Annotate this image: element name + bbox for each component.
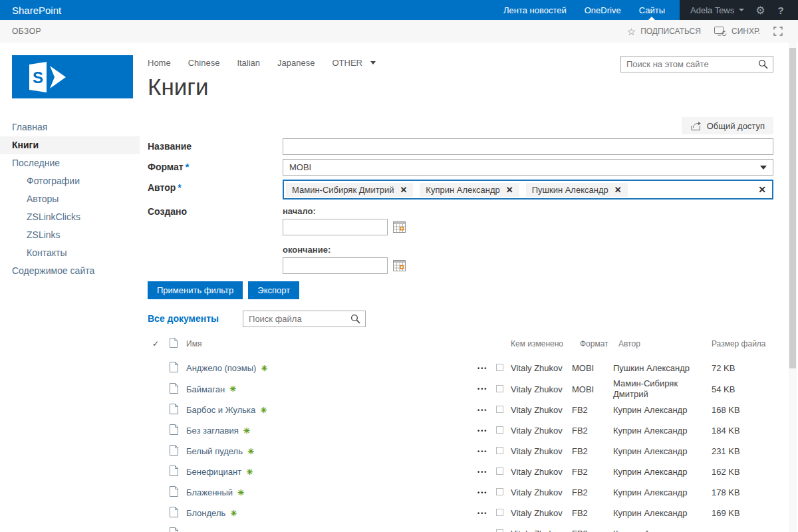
file-size-value: 168 KB (712, 405, 773, 415)
file-link[interactable]: Анджело (поэмы) (186, 363, 256, 373)
site-search-box (620, 56, 773, 72)
clear-authors-icon[interactable]: ✕ (758, 184, 766, 195)
top-nav-link[interactable]: Japanese (277, 58, 315, 68)
select-all-checkmark[interactable]: ✓ (148, 339, 168, 348)
top-nav-link[interactable]: Home (148, 58, 171, 68)
suite-nav-link[interactable]: OneDrive (585, 0, 621, 20)
calendar-icon[interactable] (393, 260, 406, 271)
item-menu-button[interactable]: ••• (473, 365, 496, 372)
top-nav-link[interactable]: OTHER (332, 58, 376, 68)
suite-nav: Лента новостей OneDrive Сайты (485, 0, 680, 20)
share-button[interactable]: Общий доступ (682, 117, 773, 134)
file-size-value: 54 KB (712, 384, 773, 394)
sidebar-item[interactable]: Авторы (0, 190, 140, 208)
main-content: Home Chinese Italian Japanese (148, 43, 773, 532)
file-link[interactable]: Бенефициант (186, 467, 241, 477)
sidebar-item[interactable]: Фотографии (0, 172, 140, 190)
file-size-value: 231 KB (712, 446, 773, 456)
item-menu-button[interactable]: ••• (473, 386, 496, 392)
search-icon[interactable] (350, 314, 360, 324)
suite-nav-link[interactable]: Лента новостей (503, 0, 567, 20)
item-menu-button[interactable]: ••• (473, 428, 496, 434)
sidebar-item[interactable]: ZSLinkClicks (0, 208, 140, 226)
remove-chip-icon[interactable]: ✕ (506, 185, 513, 195)
presence-indicator (496, 385, 503, 392)
name-field-input[interactable] (283, 138, 773, 155)
format-value: MOBI (572, 363, 613, 373)
tab-browse[interactable]: ОБЗОР (12, 27, 41, 36)
item-menu-button[interactable]: ••• (473, 448, 496, 455)
sidebar-item[interactable]: Содержимое сайта (0, 262, 140, 280)
suite-nav-link[interactable]: Сайты (639, 0, 665, 20)
modified-by-link[interactable]: Vitaly Zhukov (511, 405, 563, 415)
remove-chip-icon[interactable]: ✕ (400, 185, 407, 195)
site-search-input[interactable] (621, 59, 758, 69)
new-item-icon: ✳ (247, 448, 254, 456)
sharepoint-logo[interactable]: S (12, 55, 133, 98)
date-to-label: окончание: (283, 245, 773, 255)
sharepoint-brand-link[interactable]: SharePoint (12, 5, 61, 16)
item-menu-button[interactable]: ••• (473, 510, 496, 517)
modified-by-link[interactable]: Vitaly Zhukov (511, 363, 563, 373)
author-field-row: Автор* Мамин-Сибиряк Дмитрий ✕ Куприн Ал… (148, 180, 773, 200)
apply-filter-button[interactable]: Применить фильтр (148, 281, 243, 299)
presence-indicator (496, 488, 503, 495)
calendar-icon[interactable] (393, 221, 406, 233)
help-icon[interactable]: ? (778, 5, 784, 16)
column-header-modified-by[interactable]: Кем изменено (511, 339, 572, 348)
user-menu[interactable]: Adela Tews (690, 5, 744, 15)
file-link[interactable]: Баймаган (186, 384, 225, 394)
sidebar-item[interactable]: ZSLinks (0, 226, 140, 244)
top-nav-link[interactable]: Italian (237, 58, 260, 68)
format-select[interactable]: MOBI (283, 159, 773, 176)
modified-by-link[interactable]: Vitaly Zhukov (511, 384, 563, 394)
search-icon[interactable] (758, 59, 768, 69)
sync-button[interactable]: СИНХР. (714, 27, 760, 37)
modified-by-link[interactable]: Vitaly Zhukov (511, 426, 563, 436)
author-multiselect[interactable]: Мамин-Сибиряк Дмитрий ✕ Куприн Александр… (283, 180, 773, 200)
file-link[interactable]: Блаженный (186, 487, 233, 497)
view-all-documents[interactable]: Все документы (148, 313, 219, 324)
date-from-input[interactable] (283, 219, 388, 235)
document-icon (168, 527, 186, 532)
gear-icon[interactable]: ⚙ (755, 4, 765, 17)
presence-indicator (496, 447, 503, 454)
file-size-value: 162 KB (712, 467, 773, 477)
column-header-format[interactable]: Формат (572, 339, 613, 348)
chevron-down-icon[interactable] (370, 61, 376, 65)
sidebar-item[interactable]: Контакты (0, 244, 140, 262)
column-header-name[interactable]: Имя (186, 339, 473, 348)
file-link[interactable]: Блондель (186, 508, 225, 518)
top-nav-link[interactable]: Chinese (188, 58, 220, 68)
modified-by-link[interactable]: Vitaly Zhukov (511, 508, 563, 518)
modified-by-link[interactable]: Vitaly Zhukov (511, 487, 563, 497)
modified-by-link[interactable]: Vitaly Zhukov (511, 467, 563, 477)
sidebar-item[interactable]: Последние (0, 154, 140, 172)
focus-mode-button[interactable] (773, 27, 787, 36)
column-header-size[interactable]: Размер файла (712, 339, 773, 348)
file-search-input[interactable] (243, 314, 350, 324)
documents-table: ✓ Имя Кем изменено Формат Автор Размер ф… (148, 335, 773, 532)
modified-by-link[interactable]: Vitaly Zhukov (511, 446, 563, 456)
scrollbar-thumb[interactable] (789, 48, 796, 368)
document-icon (168, 424, 186, 437)
date-to-input[interactable] (283, 257, 388, 274)
sidebar-item[interactable]: Книги (0, 136, 140, 154)
item-menu-button[interactable]: ••• (473, 407, 496, 414)
item-menu-button[interactable]: ••• (473, 489, 496, 496)
item-menu-button[interactable]: ••• (473, 469, 496, 475)
filter-form: Название Формат* MOBI (148, 138, 773, 299)
remove-chip-icon[interactable]: ✕ (614, 185, 622, 195)
column-header-author[interactable]: Автор (613, 339, 712, 348)
file-link[interactable]: Белый пудель (186, 446, 243, 456)
table-row: Анджело (поэмы) ✳ ••• Vitaly Zhukov MOBI… (148, 358, 773, 378)
follow-button[interactable]: ☆ ПОДПИСАТЬСЯ (627, 27, 701, 37)
presence-indicator (496, 467, 503, 475)
sidebar-item[interactable]: Главная (0, 118, 140, 136)
modified-by-link[interactable]: Vitaly Zhukov (511, 529, 563, 532)
scrollbar[interactable] (789, 43, 797, 532)
author-value: Куприн Александр (613, 405, 712, 416)
file-link[interactable]: Без заглавия (186, 426, 239, 436)
export-button[interactable]: Экспорт (248, 281, 299, 299)
file-link[interactable]: Барбос и Жулька (186, 405, 255, 415)
